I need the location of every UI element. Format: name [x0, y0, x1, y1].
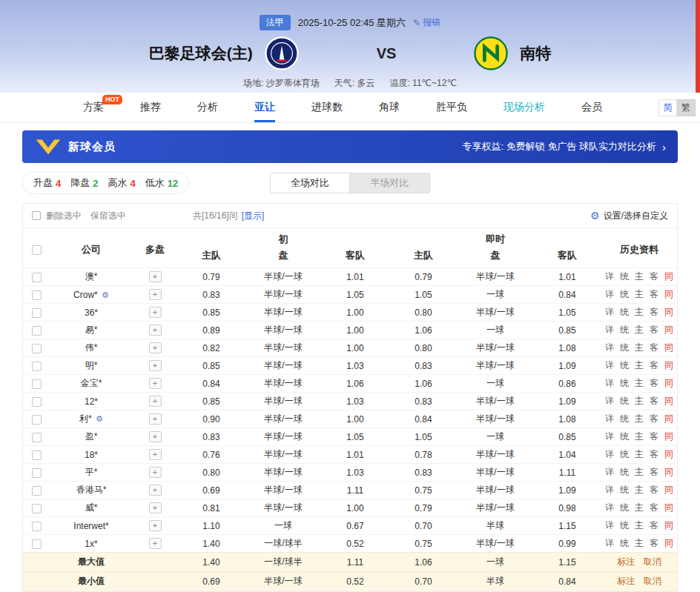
history-link-home[interactable]: 主: [635, 289, 644, 299]
history-link-detail[interactable]: 详: [605, 396, 614, 406]
settings-button[interactable]: ⚙ 设置/选择自定义: [590, 210, 668, 222]
company-name[interactable]: 澳*: [85, 271, 98, 282]
history-link-stats[interactable]: 统: [620, 271, 629, 282]
row-checkbox[interactable]: [32, 308, 42, 318]
history-link-detail[interactable]: 详: [605, 502, 614, 513]
company-name[interactable]: 香港马*: [76, 485, 107, 495]
tab-live-analysis[interactable]: 现场分析: [503, 93, 545, 122]
history-link-stats[interactable]: 统: [620, 360, 629, 370]
history-link-away[interactable]: 客: [650, 431, 658, 442]
expand-multi-odds-button[interactable]: +: [149, 378, 162, 389]
history-link-stats[interactable]: 统: [620, 467, 629, 477]
row-checkbox[interactable]: [32, 362, 42, 371]
company-name[interactable]: 36*: [85, 307, 98, 318]
expand-multi-odds-button[interactable]: +: [149, 271, 162, 282]
select-all-checkbox[interactable]: [32, 245, 42, 255]
company-name[interactable]: Interwet*: [73, 521, 108, 531]
history-link-same[interactable]: 同: [664, 502, 673, 513]
history-link-home[interactable]: 主: [635, 413, 644, 424]
stat-raised[interactable]: 升盘 4: [33, 176, 61, 190]
expand-multi-odds-button[interactable]: +: [149, 538, 162, 549]
history-link-same[interactable]: 同: [664, 431, 673, 442]
history-link-stats[interactable]: 统: [620, 520, 629, 531]
company-name[interactable]: 威*: [85, 502, 98, 513]
history-link-stats[interactable]: 统: [620, 396, 629, 406]
history-link-away[interactable]: 客: [650, 360, 658, 370]
history-link-home[interactable]: 主: [635, 325, 644, 335]
history-link-home[interactable]: 主: [635, 431, 644, 442]
history-link-stats[interactable]: 统: [620, 449, 629, 459]
history-link-away[interactable]: 客: [650, 485, 658, 495]
history-link-home[interactable]: 主: [635, 449, 644, 459]
company-name[interactable]: 12*: [85, 396, 98, 407]
company-name[interactable]: Crow*: [73, 290, 98, 300]
history-link-same[interactable]: 同: [664, 485, 673, 495]
history-link-same[interactable]: 同: [664, 360, 673, 370]
company-name[interactable]: 18*: [85, 450, 98, 460]
history-link-away[interactable]: 客: [650, 396, 658, 406]
history-link-home[interactable]: 主: [635, 538, 644, 548]
history-link-away[interactable]: 客: [650, 502, 658, 513]
expand-multi-odds-button[interactable]: +: [149, 431, 162, 442]
history-link-stats[interactable]: 统: [620, 538, 629, 548]
history-link-same[interactable]: 同: [664, 325, 673, 335]
member-banner[interactable]: 新球会员 专享权益: 免费解锁 免广告 球队实力对比分析 ›: [22, 130, 678, 163]
history-link-same[interactable]: 同: [664, 467, 673, 477]
history-link-stats[interactable]: 统: [620, 413, 629, 424]
expand-multi-odds-button[interactable]: +: [149, 325, 162, 336]
history-link-away[interactable]: 客: [650, 271, 658, 282]
tab-recommend[interactable]: 推荐: [140, 93, 161, 122]
history-link-away[interactable]: 客: [650, 325, 658, 335]
history-link-home[interactable]: 主: [635, 342, 644, 353]
history-link-away[interactable]: 客: [650, 467, 658, 477]
history-link-detail[interactable]: 详: [605, 449, 614, 459]
history-link-stats[interactable]: 统: [620, 378, 629, 388]
history-link-same[interactable]: 同: [664, 271, 673, 282]
tab-membership[interactable]: 会员: [581, 93, 602, 122]
lang-simplified-button[interactable]: 简: [658, 99, 677, 116]
row-checkbox[interactable]: [32, 415, 42, 425]
company-name[interactable]: 盈*: [85, 431, 98, 442]
history-link-stats[interactable]: 统: [620, 342, 629, 353]
report-error-link[interactable]: ✎ 报错: [413, 16, 440, 29]
history-link-away[interactable]: 客: [650, 520, 658, 531]
expand-multi-odds-button[interactable]: +: [149, 467, 162, 478]
keep-selected-button[interactable]: 保留选中: [90, 210, 126, 222]
history-link-stats[interactable]: 统: [620, 325, 629, 335]
history-link-detail[interactable]: 详: [605, 413, 614, 424]
expand-multi-odds-button[interactable]: +: [149, 485, 162, 496]
history-link-detail[interactable]: 详: [605, 520, 614, 531]
history-link-stats[interactable]: 统: [620, 307, 629, 317]
expand-multi-odds-button[interactable]: +: [149, 502, 162, 513]
history-link-same[interactable]: 同: [664, 396, 673, 406]
row-checkbox[interactable]: [32, 290, 42, 300]
history-link-stats[interactable]: 统: [620, 431, 629, 442]
tab-plans[interactable]: 方案 HOT: [83, 93, 104, 122]
expand-multi-odds-button[interactable]: +: [149, 396, 162, 407]
history-link-home[interactable]: 主: [635, 396, 644, 406]
history-link-home[interactable]: 主: [635, 520, 644, 531]
expand-multi-odds-button[interactable]: +: [149, 360, 162, 371]
history-link-home[interactable]: 主: [635, 360, 644, 370]
company-name[interactable]: 伟*: [85, 342, 98, 353]
history-link-away[interactable]: 客: [650, 378, 658, 388]
history-link-same[interactable]: 同: [664, 307, 673, 317]
tab-corners[interactable]: 角球: [379, 93, 400, 122]
row-checkbox[interactable]: [32, 397, 42, 407]
stat-high-water[interactable]: 高水 4: [108, 176, 135, 190]
chevron-right-icon[interactable]: ›: [662, 141, 666, 153]
history-link-away[interactable]: 客: [650, 538, 658, 548]
lang-traditional-button[interactable]: 繁: [677, 99, 696, 116]
history-link-away[interactable]: 客: [650, 289, 658, 299]
expand-multi-odds-button[interactable]: +: [149, 307, 162, 318]
stat-low-water[interactable]: 低水 12: [145, 176, 178, 190]
expand-multi-odds-button[interactable]: +: [149, 342, 162, 353]
company-name[interactable]: 明*: [85, 360, 98, 370]
history-link-home[interactable]: 主: [635, 307, 644, 317]
history-link-away[interactable]: 客: [650, 342, 658, 353]
history-link-stats[interactable]: 统: [620, 289, 629, 299]
history-link-home[interactable]: 主: [635, 467, 644, 477]
history-link-away[interactable]: 客: [650, 307, 658, 317]
history-link-away[interactable]: 客: [650, 413, 658, 424]
mark-link[interactable]: 标注: [617, 556, 635, 567]
